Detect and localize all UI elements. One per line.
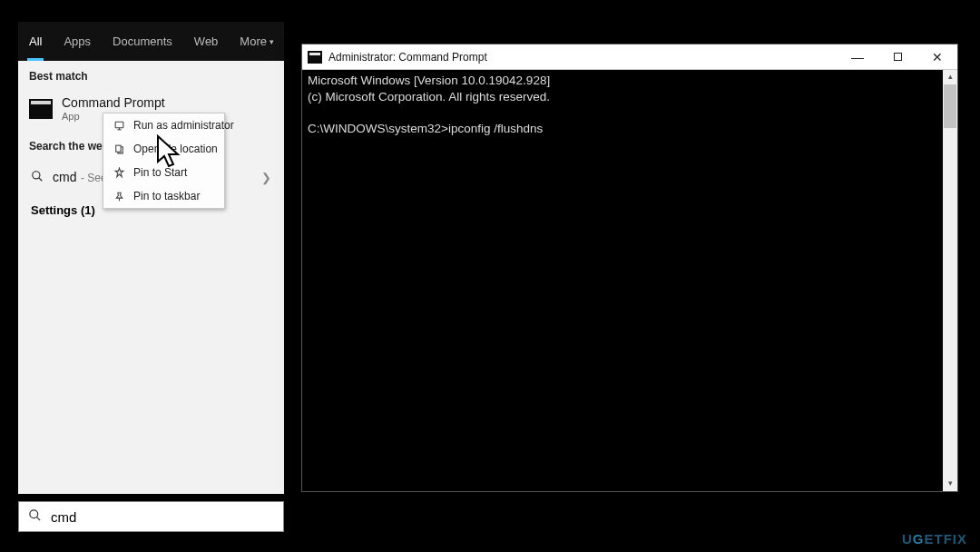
context-menu: Run as administrator Open file location … — [103, 113, 225, 209]
search-icon — [28, 508, 42, 525]
command-prompt-icon — [308, 51, 322, 64]
svg-point-2 — [30, 510, 38, 518]
svg-point-0 — [33, 171, 40, 178]
watermark: UGETFIX — [902, 531, 967, 547]
tab-web[interactable]: Web — [183, 22, 230, 61]
tab-apps[interactable]: Apps — [53, 22, 102, 61]
ctx-label: Pin to Start — [133, 166, 187, 179]
close-button[interactable]: ✕ — [917, 44, 957, 70]
shield-icon — [113, 119, 125, 132]
tab-all[interactable]: All — [18, 22, 53, 61]
scrollbar[interactable]: ▴ ▾ — [943, 70, 957, 491]
minimize-button[interactable]: — — [838, 44, 877, 70]
ctx-run-as-admin[interactable]: Run as administrator — [103, 113, 224, 137]
term-prompt-line: C:\WINDOWS\system32>ipconfig /flushdns — [308, 122, 543, 135]
chevron-down-icon: ▾ — [270, 37, 274, 46]
windows-search-panel: All Apps Documents Web More ▾ Best match… — [18, 22, 284, 494]
search-input-container[interactable] — [18, 501, 284, 532]
best-match-title: Command Prompt — [62, 95, 165, 110]
term-line: (c) Microsoft Corporation. All rights re… — [308, 90, 550, 104]
ctx-pin-to-start[interactable]: Pin to Start — [103, 161, 224, 184]
svg-rect-7 — [115, 145, 120, 152]
command-prompt-icon — [29, 99, 53, 119]
ctx-pin-to-taskbar[interactable]: Pin to taskbar — [103, 184, 224, 208]
search-icon — [31, 170, 44, 185]
search-input[interactable] — [51, 509, 274, 525]
search-tabs: All Apps Documents Web More ▾ — [18, 22, 284, 61]
best-match-label: Best match — [18, 61, 284, 90]
pin-icon — [113, 190, 125, 202]
svg-rect-4 — [115, 122, 123, 128]
ctx-open-file-location[interactable]: Open file location — [103, 137, 224, 161]
titlebar[interactable]: Administrator: Command Prompt — ✕ — [302, 44, 957, 70]
chevron-right-icon: ❯ — [261, 171, 271, 184]
scroll-down-button[interactable]: ▾ — [943, 477, 957, 491]
tab-more[interactable]: More ▾ — [229, 22, 279, 61]
web-term: cmd — [53, 170, 76, 184]
window-title: Administrator: Command Prompt — [328, 51, 487, 64]
terminal-output[interactable]: Microsoft Windows [Version 10.0.19042.92… — [302, 70, 957, 491]
svg-line-1 — [39, 177, 43, 181]
scroll-up-button[interactable]: ▴ — [943, 70, 957, 84]
folder-icon — [113, 143, 125, 155]
ctx-label: Run as administrator — [133, 119, 234, 132]
term-line: Microsoft Windows [Version 10.0.19042.92… — [308, 74, 550, 87]
svg-line-3 — [36, 517, 40, 520]
ctx-label: Pin to taskbar — [133, 190, 200, 202]
ctx-label: Open file location — [133, 143, 218, 155]
scroll-thumb[interactable] — [944, 84, 956, 128]
pin-icon — [113, 166, 125, 179]
command-prompt-window: Administrator: Command Prompt — ✕ Micros… — [301, 44, 958, 492]
maximize-button[interactable] — [877, 44, 917, 70]
tab-documents[interactable]: Documents — [102, 22, 183, 61]
